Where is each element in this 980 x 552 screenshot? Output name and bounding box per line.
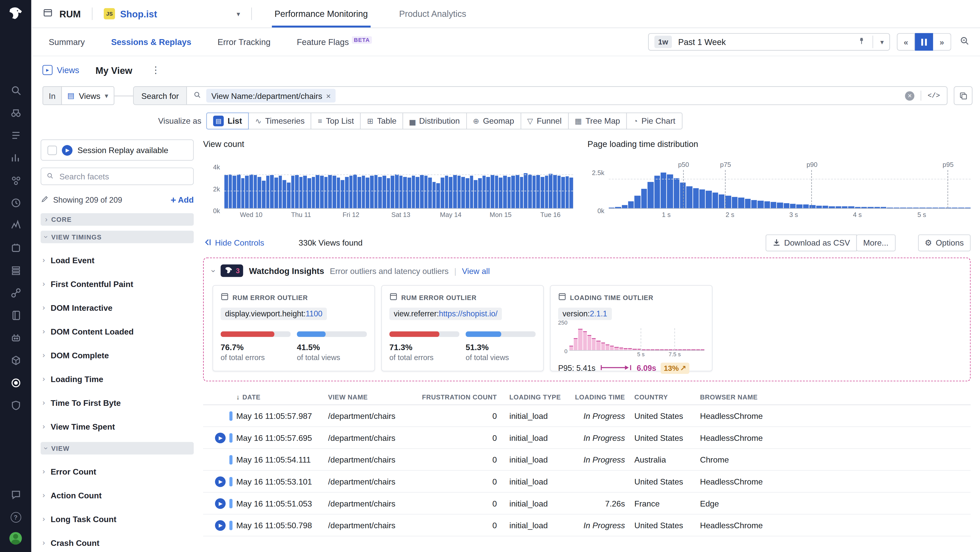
facet-item[interactable]: ›View Time Spent [41, 415, 194, 438]
chat-icon[interactable] [10, 489, 21, 503]
rewind-button[interactable]: « [897, 33, 915, 51]
pause-button[interactable] [915, 33, 933, 51]
session-replay-checkbox[interactable] [48, 145, 57, 155]
table-row[interactable]: ▶ May 16 11:05:53.101 /department/chairs… [203, 471, 970, 493]
outlier-tag[interactable]: display.viewport.height:1100 [221, 308, 327, 320]
visualize-option-table[interactable]: ⊞Table [360, 113, 403, 129]
facet-section-header[interactable]: ›VIEW TIMINGS [41, 231, 194, 243]
remove-filter-icon[interactable]: × [326, 91, 331, 100]
visualize-option-pie-chart[interactable]: ◔Pie Chart [626, 113, 682, 129]
visualize-option-tree-map[interactable]: ▦Tree Map [568, 113, 627, 129]
view-all-link[interactable]: View all [462, 266, 490, 275]
rum-nav-icon[interactable] [10, 377, 21, 389]
facet-item[interactable]: ›Error Count [41, 460, 194, 483]
table-row[interactable]: ▶ May 16 11:05:51.053 /department/chairs… [203, 493, 970, 515]
hide-controls-button[interactable]: Hide Controls [203, 238, 264, 248]
tab-summary[interactable]: Summary [49, 37, 85, 47]
tab-error-tracking[interactable]: Error Tracking [218, 37, 270, 47]
datadog-logo-icon[interactable] [7, 6, 24, 24]
queues-icon[interactable] [10, 264, 21, 276]
network-icon[interactable] [10, 287, 21, 299]
outlier-tag[interactable]: version:2.1.1 [558, 308, 612, 320]
insight-card-error-outlier-2[interactable]: RUM ERROR OUTLIER view.referrer:https://… [381, 285, 544, 372]
facet-item[interactable]: ›Crash Count [41, 531, 194, 552]
facet-item[interactable]: ›Load Event [41, 248, 194, 272]
column-header-country[interactable]: COUNTRY [625, 393, 700, 401]
replay-play-button[interactable]: ▶ [215, 498, 226, 509]
facet-item[interactable]: ›Long Task Count [41, 507, 194, 531]
column-header-loading-type[interactable]: LOADING TYPE [497, 393, 569, 401]
search-icon[interactable] [10, 84, 21, 96]
serverless-icon[interactable] [10, 355, 21, 366]
raw-query-icon[interactable]: </> [928, 92, 940, 99]
facet-item[interactable]: ›Time To First Byte [41, 391, 194, 415]
host-map-icon[interactable] [10, 107, 21, 119]
tab-sessions-replays[interactable]: Sessions & Replays [111, 37, 191, 47]
clear-search-icon[interactable]: × [905, 91, 915, 100]
more-button[interactable]: More... [856, 234, 896, 251]
kebab-menu-icon[interactable]: ⋮ [149, 64, 163, 76]
ci-pipelines-icon[interactable] [10, 197, 21, 209]
visualize-option-top-list[interactable]: ≡Top List [311, 113, 361, 129]
metrics-icon[interactable] [10, 152, 21, 164]
pin-icon[interactable] [858, 37, 866, 47]
facet-item[interactable]: ›DOM Content Loaded [41, 320, 194, 343]
replay-play-button[interactable]: ▶ [215, 433, 226, 443]
table-row[interactable]: ▶ May 16 11:05:50.798 /department/chairs… [203, 514, 970, 536]
facet-search-input[interactable] [58, 171, 188, 182]
visualize-option-distribution[interactable]: ▅Distribution [402, 113, 466, 129]
facet-item[interactable]: ›First Contentful Paint [41, 272, 194, 296]
chevron-down-icon[interactable]: ▾ [880, 38, 884, 46]
service-map-icon[interactable] [10, 175, 21, 186]
column-header-date[interactable]: ↓DATE [236, 393, 328, 401]
facet-section-header[interactable]: ›CORE [41, 213, 194, 226]
views-breadcrumb[interactable]: ▸ Views [42, 65, 79, 75]
tab-performance-monitoring[interactable]: Performance Monitoring [272, 0, 371, 28]
facet-item[interactable]: ›DOM Interactive [41, 296, 194, 320]
search-input[interactable] [336, 87, 905, 104]
view-count-chart[interactable]: View count 4k2k0k Wed 10Thu 11Fri 12Sat … [203, 140, 573, 221]
column-header-view-name[interactable]: VIEW NAME [328, 393, 417, 401]
zoom-out-button[interactable] [958, 35, 971, 49]
table-row[interactable]: ▶ May 16 11:05:57.987 /department/chairs… [203, 405, 970, 427]
insight-card-error-outlier-1[interactable]: RUM ERROR OUTLIER display.viewport.heigh… [213, 285, 375, 372]
download-csv-button[interactable]: Download as CSV [765, 234, 857, 251]
column-header-frustration-count[interactable]: FRUSTRATION COUNT [417, 393, 497, 401]
facet-item[interactable]: ›DOM Complete [41, 343, 194, 367]
application-selector[interactable]: JS Shop.ist ▾ [104, 8, 240, 19]
filter-chip[interactable]: View Name:/department/chairs × [207, 89, 336, 102]
facet-item[interactable]: ›Action Count [41, 483, 194, 507]
add-facet-button[interactable]: Add [171, 194, 194, 205]
insight-card-loading-time-outlier[interactable]: LOADING TIME OUTLIER version:2.1.1 2500 … [550, 285, 713, 372]
notebooks-icon[interactable] [10, 310, 21, 321]
session-replay-filter[interactable]: ▶ Session Replay available [41, 140, 194, 161]
visualize-option-geomap[interactable]: ⊕Geomap [466, 113, 521, 129]
fast-forward-button[interactable]: » [933, 33, 951, 51]
time-range-picker[interactable]: 1w Past 1 Week ▾ [648, 33, 890, 51]
options-button[interactable]: ⚙ Options [918, 234, 971, 251]
visualize-option-list[interactable]: ▤List [207, 113, 249, 129]
search-scope-select[interactable]: ▤ Views ▾ [61, 86, 115, 105]
facet-item[interactable]: ›Loading Time [41, 367, 194, 391]
visualize-option-funnel[interactable]: ▽Funnel [520, 113, 568, 129]
events-icon[interactable] [10, 129, 21, 141]
replay-play-button[interactable]: ▶ [215, 520, 226, 531]
table-row[interactable]: ▶ May 16 11:05:54.111 /department/chairs… [203, 449, 970, 471]
integrations-icon[interactable] [10, 242, 21, 254]
loading-time-distribution-chart[interactable]: Page loading time distribution 2.5k0k p5… [588, 140, 971, 221]
tab-product-analytics[interactable]: Product Analytics [396, 0, 469, 28]
tab-feature-flags[interactable]: Feature FlagsBETA [297, 37, 372, 47]
collapse-chevron-icon[interactable]: › [209, 269, 219, 272]
visualize-option-timeseries[interactable]: ∿Timeseries [248, 113, 312, 129]
table-row[interactable]: ▶ May 16 11:05:57.695 /department/chairs… [203, 427, 970, 449]
edit-facets-icon[interactable] [41, 195, 49, 205]
help-icon[interactable]: ? [10, 512, 21, 523]
apm-icon[interactable] [10, 220, 21, 231]
replay-play-button[interactable]: ▶ [215, 476, 226, 487]
column-header-browser-name[interactable]: BROWSER NAME [700, 393, 970, 401]
facet-section-header[interactable]: ›VIEW [41, 442, 194, 455]
security-icon[interactable] [10, 399, 21, 411]
outlier-tag[interactable]: view.referrer:https://shopist.io/ [389, 308, 502, 320]
user-avatar[interactable] [10, 532, 22, 545]
copy-button[interactable] [954, 86, 972, 105]
